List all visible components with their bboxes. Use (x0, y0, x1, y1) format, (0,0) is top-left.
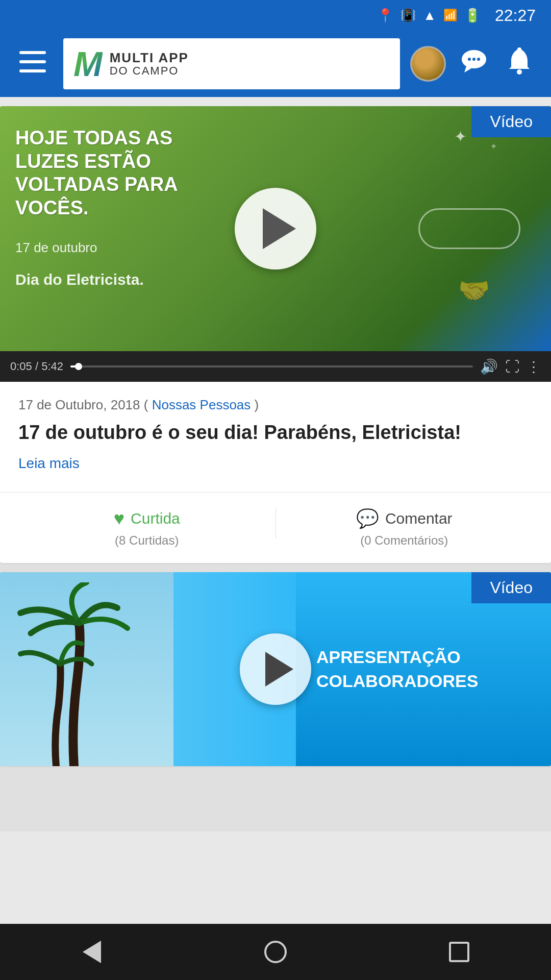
comment-button-1[interactable]: 💬 Comentar (0 Comentários) (276, 508, 533, 548)
menu-button[interactable] (14, 46, 51, 82)
chat-button[interactable] (456, 43, 492, 85)
play-button-1[interactable] (235, 188, 316, 270)
palm-silhouette (15, 582, 148, 766)
app-bar: M MULTI APP DO CAMPO (0, 31, 551, 97)
main-content: Vídeo HOJE TODAS AS LUZES ESTÃO VOLTADAS… (0, 106, 551, 831)
svg-rect-0 (19, 51, 46, 54)
post-divider-1 (0, 492, 551, 493)
location-icon: 📍 (377, 8, 393, 23)
comment-icon: 💬 (356, 508, 379, 529)
video-thumbnail-2[interactable]: APRESENTAÇÃO COLABORADORES (0, 572, 551, 766)
video-progress-dot (75, 363, 82, 370)
post-date-1: 17 de Outubro, 2018 ( Nossas Pessoas ) (18, 397, 533, 413)
video-controls-1: 0:05 / 5:42 🔊 ⛶ ⋮ (0, 351, 551, 382)
avatar (410, 46, 446, 82)
logo-text-top: MULTI APP (110, 51, 189, 65)
back-icon (83, 941, 101, 963)
battery-icon: 🔋 (464, 8, 481, 23)
avatar-image (412, 47, 444, 80)
status-icons: 📍 📳 ▲ 📶 🔋 (377, 8, 481, 23)
svg-point-8 (517, 69, 522, 75)
like-label: Curtida (131, 510, 180, 527)
status-bar: 📍 📳 ▲ 📶 🔋 22:27 (0, 0, 551, 31)
play-triangle-icon (263, 208, 296, 249)
nav-bar (0, 924, 551, 980)
fullscreen-icon[interactable]: ⛶ (505, 358, 519, 375)
svg-text:✦: ✦ (490, 141, 497, 152)
recents-button[interactable] (429, 932, 490, 972)
status-time: 22:27 (495, 6, 536, 25)
svg-point-5 (468, 58, 471, 61)
video-time: 0:05 / 5:42 (10, 360, 63, 373)
pill-decoration (418, 208, 520, 249)
like-button-1[interactable]: ♥ Curtida (8 Curtidas) (18, 508, 276, 548)
home-button[interactable] (245, 932, 306, 972)
play-button-2[interactable] (240, 633, 311, 705)
heart-icon: ♥ (114, 508, 124, 529)
vibrate-icon: 📳 (400, 8, 416, 22)
post-card-1: Vídeo HOJE TODAS AS LUZES ESTÃO VOLTADAS… (0, 106, 551, 563)
video-progress-bar[interactable] (70, 365, 473, 368)
video-badge-1: Vídeo (471, 106, 551, 137)
svg-text:✦: ✦ (454, 128, 467, 145)
logo-text: MULTI APP DO CAMPO (110, 51, 189, 78)
overlay-text-1: APRESENTAÇÃO (316, 645, 461, 670)
svg-rect-1 (19, 60, 46, 63)
logo-container: M MULTI APP DO CAMPO (63, 38, 400, 89)
logo-letter: M (73, 46, 103, 81)
comment-label: Comentar (385, 510, 453, 527)
video-sub-text2: Dia do Eletricista. (15, 271, 179, 288)
svg-rect-9 (517, 47, 521, 52)
bottom-spacer (0, 775, 551, 831)
read-more-link-1[interactable]: Leia mais (18, 455, 80, 471)
more-options-icon[interactable]: ⋮ (527, 358, 541, 375)
wifi-icon: ▲ (423, 8, 436, 23)
like-count: (8 Curtidas) (115, 533, 179, 548)
avatar-button[interactable] (410, 46, 446, 82)
video-main-text: HOJE TODAS AS LUZES ESTÃO VOLTADAS PARA … (15, 127, 179, 219)
post-category-link[interactable]: Nossas Pessoas (152, 397, 251, 412)
post-actions-1: ♥ Curtida (8 Curtidas) 💬 Comentar (0 Com… (0, 503, 551, 563)
video-overlay-text: HOJE TODAS AS LUZES ESTÃO VOLTADAS PARA … (0, 106, 194, 309)
signal-icon: 📶 (443, 9, 457, 22)
comment-count: (0 Comentários) (360, 533, 448, 548)
svg-point-6 (472, 58, 475, 61)
svg-rect-2 (19, 69, 46, 72)
recents-icon (449, 942, 469, 962)
post-card-2: Vídeo (0, 572, 551, 766)
video-wrapper-2: Vídeo (0, 572, 551, 766)
video-badge-2: Vídeo (471, 572, 551, 603)
overlay-text-2: COLABORADORES (316, 669, 478, 694)
svg-point-7 (477, 58, 480, 61)
bell-button[interactable] (502, 42, 537, 85)
video-sub-text1: 17 de outubro (15, 240, 179, 256)
palm-area (0, 572, 173, 766)
volume-icon[interactable]: 🔊 (480, 358, 498, 375)
play-triangle-icon-2 (265, 652, 293, 687)
back-button[interactable] (61, 932, 122, 972)
post-info-1: 17 de Outubro, 2018 ( Nossas Pessoas ) 1… (0, 382, 551, 482)
video-wrapper-1: Vídeo HOJE TODAS AS LUZES ESTÃO VOLTADAS… (0, 106, 551, 382)
post-title-1: 17 de outubro é o seu dia! Parabéns, Ele… (18, 420, 533, 445)
handshake-decoration: 🤝 (458, 276, 490, 305)
home-icon (264, 941, 287, 963)
video-thumbnail-1[interactable]: HOJE TODAS AS LUZES ESTÃO VOLTADAS PARA … (0, 106, 551, 351)
logo-text-bottom: DO CAMPO (110, 65, 189, 77)
